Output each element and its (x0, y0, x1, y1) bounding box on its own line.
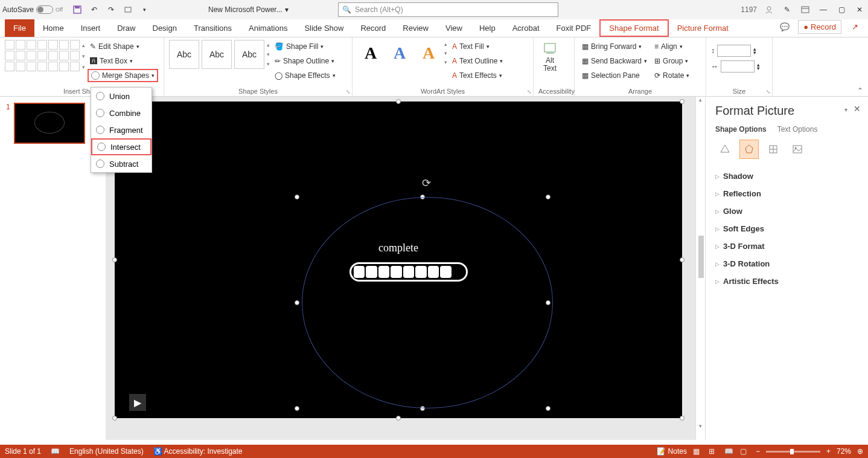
tab-record[interactable]: Record (352, 19, 394, 37)
tab-design[interactable]: Design (144, 19, 185, 37)
autosave-toggle[interactable]: AutoSave Off (2, 5, 63, 14)
slideshow-view-button[interactable]: ▢ (740, 447, 750, 456)
pen-button[interactable]: ✎ (779, 2, 796, 17)
merge-union[interactable]: Union (91, 88, 152, 105)
section-reflection[interactable]: Reflection (715, 185, 858, 202)
width-input[interactable] (721, 60, 755, 73)
minimize-button[interactable]: — (815, 2, 832, 17)
shape-style-2[interactable]: Abc (202, 40, 232, 69)
wordart-launcher[interactable]: ⤡ (527, 89, 532, 95)
align-button[interactable]: ≡Align▾ (652, 40, 692, 53)
size-launcher[interactable]: ⤡ (766, 89, 771, 95)
section-3d-format[interactable]: 3-D Format (715, 237, 858, 255)
oval-shape[interactable] (302, 197, 553, 408)
shape-outline-button[interactable]: ✏Shape Outline▾ (272, 54, 338, 68)
wordart-style-3[interactable]: A (415, 40, 442, 66)
wordart-style-2[interactable]: A (386, 40, 413, 66)
bring-forward-button[interactable]: ▦Bring Forward▾ (579, 40, 649, 53)
tab-foxit[interactable]: Foxit PDF (548, 19, 600, 37)
pane-close-button[interactable]: ✕ (854, 104, 861, 114)
zoom-out-button[interactable]: − (756, 447, 760, 456)
zoom-level[interactable]: 72% (837, 447, 851, 456)
reading-view-button[interactable]: 📖 (724, 447, 734, 456)
tab-insert[interactable]: Insert (72, 19, 109, 37)
pane-options-button[interactable]: ▾ (844, 106, 847, 113)
redo-button[interactable]: ↷ (104, 2, 118, 17)
merge-intersect[interactable]: Intersect (91, 138, 152, 155)
selection-pane-button[interactable]: ▦Selection Pane (579, 69, 649, 82)
shape-options-tab[interactable]: Shape Options (715, 125, 767, 134)
merge-subtract[interactable]: Subtract (91, 155, 152, 172)
size-properties-icon[interactable] (764, 140, 783, 159)
wordart-style-1[interactable]: A (357, 40, 384, 66)
account-button[interactable] (761, 2, 777, 17)
tab-transitions[interactable]: Transitions (185, 19, 240, 37)
slide-counter[interactable]: Slide 1 of 1 (5, 447, 41, 456)
tab-draw[interactable]: Draw (109, 19, 144, 37)
close-button[interactable]: ✕ (851, 2, 868, 17)
slide-thumbnail-1[interactable] (14, 103, 85, 144)
shape-style-3[interactable]: Abc (234, 40, 264, 69)
shape-styles-launcher[interactable]: ⤡ (346, 89, 351, 95)
shapes-gallery[interactable] (5, 40, 80, 71)
merge-combine[interactable]: Combine (91, 105, 152, 121)
text-outline-button[interactable]: AText Outline▾ (450, 54, 505, 68)
shape-effects-button[interactable]: ◯Shape Effects▾ (272, 69, 338, 82)
tab-home[interactable]: Home (34, 19, 72, 37)
save-button[interactable] (70, 2, 85, 17)
share-button[interactable]: ↗ (846, 19, 863, 34)
notes-toggle[interactable]: 📝 Notes (657, 447, 687, 456)
qat-customize[interactable]: ▾ (138, 2, 152, 17)
shape-style-1[interactable]: Abc (169, 40, 199, 69)
language-status[interactable]: English (United States) (69, 447, 144, 456)
play-button[interactable]: ▶ (129, 394, 146, 411)
collapse-ribbon-button[interactable]: ⌃ (857, 86, 863, 95)
fill-line-icon[interactable] (715, 140, 735, 159)
section-soft-edges[interactable]: Soft Edges (715, 220, 858, 237)
spell-check-icon[interactable]: 📖 (51, 447, 60, 456)
merge-fragment[interactable]: Fragment (91, 121, 152, 138)
maximize-button[interactable]: ▢ (833, 2, 850, 17)
tab-animations[interactable]: Animations (240, 19, 296, 37)
tab-picture-format[interactable]: Picture Format (669, 19, 737, 37)
sorter-view-button[interactable]: ⊞ (709, 447, 718, 456)
text-fill-button[interactable]: AText Fill▾ (450, 40, 505, 53)
effects-pane-icon[interactable] (739, 140, 759, 159)
height-input[interactable] (717, 45, 751, 57)
tab-file[interactable]: File (5, 19, 34, 37)
accessibility-status[interactable]: ♿ Accessibility: Investigate (153, 447, 243, 456)
rotate-handle[interactable]: ⟳ (422, 176, 431, 190)
comments-button[interactable]: 💬 (776, 19, 793, 34)
text-options-tab[interactable]: Text Options (777, 125, 818, 134)
section-3d-rotation[interactable]: 3-D Rotation (715, 255, 858, 273)
tab-shape-format[interactable]: Shape Format (599, 19, 668, 37)
picture-pane-icon[interactable] (788, 140, 807, 159)
group-button[interactable]: ⊞Group▾ (652, 54, 692, 68)
edit-shape-button[interactable]: ✎Edit Shape▾ (88, 40, 158, 53)
section-artistic[interactable]: Artistic Effects (715, 273, 858, 290)
document-title[interactable]: New Microsoft Power... ▾ (208, 5, 289, 14)
zoom-slider[interactable] (766, 451, 820, 453)
from-beginning-button[interactable] (121, 2, 135, 17)
text-effects-button[interactable]: AText Effects▾ (450, 69, 505, 82)
zoom-in-button[interactable]: + (826, 447, 831, 456)
ribbon-display-button[interactable] (797, 2, 814, 17)
tab-view[interactable]: View (437, 19, 471, 37)
undo-button[interactable]: ↶ (87, 2, 101, 17)
section-glow[interactable]: Glow (715, 202, 858, 220)
rotate-button[interactable]: ⟳Rotate▾ (652, 69, 692, 82)
tab-review[interactable]: Review (394, 19, 437, 37)
record-button[interactable]: ● Record (798, 20, 841, 34)
merge-shapes-button[interactable]: Merge Shapes▾ (88, 69, 158, 82)
send-backward-button[interactable]: ▦Send Backward▾ (579, 54, 649, 68)
search-input[interactable]: 🔍 Search (Alt+Q) (338, 2, 558, 17)
alt-text-button[interactable]: AltText (538, 40, 561, 75)
vertical-scrollbar[interactable]: ▴ ▾ (695, 97, 705, 440)
normal-view-button[interactable]: ▦ (693, 447, 703, 456)
tab-slideshow[interactable]: Slide Show (296, 19, 352, 37)
text-box-button[interactable]: 🅰Text Box▾ (88, 54, 158, 68)
section-shadow[interactable]: Shadow (715, 167, 858, 185)
tab-acrobat[interactable]: Acrobat (504, 19, 548, 37)
fit-to-window-button[interactable]: ⊕ (857, 447, 863, 456)
shape-fill-button[interactable]: 🪣Shape Fill▾ (272, 40, 338, 53)
